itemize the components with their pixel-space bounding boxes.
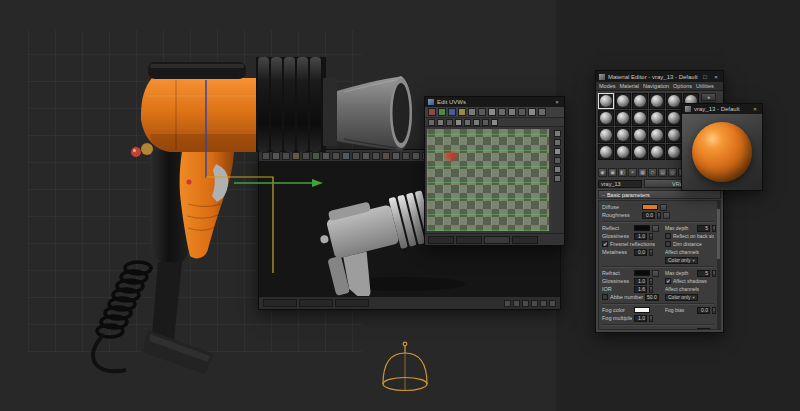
viewport-nav-icon[interactable]: [522, 300, 529, 307]
refract-max-depth-value[interactable]: 5: [697, 270, 710, 277]
assign-material-icon[interactable]: ◧: [618, 168, 627, 177]
material-sample-slot[interactable]: [632, 144, 648, 160]
menu-options[interactable]: Options: [673, 83, 692, 89]
dome-helper[interactable]: [383, 342, 427, 390]
refract-color-swatch[interactable]: [634, 270, 650, 276]
viewport-nav-icon[interactable]: [531, 300, 538, 307]
close-icon[interactable]: ×: [553, 99, 561, 105]
uv-tool-icon[interactable]: [428, 108, 436, 116]
material-id-icon[interactable]: ◎: [668, 168, 677, 177]
material-sample-slot[interactable]: [615, 144, 631, 160]
max-tool-icon[interactable]: [262, 152, 270, 160]
menu-utilities[interactable]: Utilities: [696, 83, 714, 89]
fresnel-checkbox[interactable]: [602, 241, 608, 247]
material-sample-slot[interactable]: [632, 127, 648, 143]
material-sample-slot[interactable]: [598, 144, 614, 160]
uv-field[interactable]: [484, 236, 510, 244]
max-tool-icon[interactable]: [392, 152, 400, 160]
refract-glossiness-value[interactable]: 1.0: [634, 278, 647, 285]
uv-tool-icon[interactable]: [482, 119, 489, 126]
max-tool-icon[interactable]: [322, 152, 330, 160]
sample-type-icon[interactable]: ●: [701, 93, 716, 101]
affect-shadows-checkbox[interactable]: [665, 278, 671, 284]
max-tool-icon[interactable]: [272, 152, 280, 160]
material-sample-slot[interactable]: [666, 110, 682, 126]
scrollbar[interactable]: [717, 201, 720, 329]
dim-distance-checkbox[interactable]: [665, 241, 671, 247]
abbe-number-checkbox[interactable]: [602, 294, 608, 300]
roughness-value[interactable]: 0.0: [642, 212, 655, 219]
ior-spinner[interactable]: [649, 286, 653, 293]
uv-tool-icon[interactable]: [437, 119, 444, 126]
max-tool-icon[interactable]: [342, 152, 350, 160]
uv-tool-icon[interactable]: [473, 119, 480, 126]
material-sample-slot[interactable]: [615, 110, 631, 126]
diffuse-color-swatch[interactable]: [642, 204, 658, 210]
uv-tool-icon[interactable]: [488, 108, 496, 116]
viewport-nav-icon[interactable]: [540, 300, 547, 307]
max-tool-icon[interactable]: [372, 152, 380, 160]
fog-multiplier-value[interactable]: 1.0: [634, 315, 647, 322]
refract-glossiness-spinner[interactable]: [649, 278, 653, 285]
put-to-scene-icon[interactable]: ▣: [608, 168, 617, 177]
uv-side-icon[interactable]: [554, 139, 561, 146]
max-tool-icon[interactable]: [292, 152, 300, 160]
uv-tool-icon[interactable]: [455, 119, 462, 126]
scrollbar-thumb[interactable]: [717, 209, 720, 259]
uv-tool-icon[interactable]: [438, 108, 446, 116]
reflect-glossiness-spinner[interactable]: [649, 233, 653, 240]
ior-value[interactable]: 1.6: [634, 286, 647, 293]
uv-tool-icon[interactable]: [446, 119, 453, 126]
make-unique-icon[interactable]: ◇: [648, 168, 657, 177]
uv-tool-icon[interactable]: [464, 119, 471, 126]
fog-color-swatch[interactable]: [634, 307, 650, 313]
metalness-value[interactable]: 0.0: [634, 249, 647, 256]
material-sample-slot[interactable]: [632, 93, 648, 109]
reset-map-icon[interactable]: ×: [628, 168, 637, 177]
reflect-color-swatch[interactable]: [634, 225, 650, 231]
uv-canvas[interactable]: [427, 129, 549, 231]
status-field[interactable]: [299, 299, 333, 307]
uv-tool-icon[interactable]: [448, 108, 456, 116]
viewport-nav-icon[interactable]: [513, 300, 520, 307]
material-sample-slot[interactable]: [666, 127, 682, 143]
status-field[interactable]: [335, 299, 369, 307]
reflect-affect-channels-dropdown[interactable]: Color only ▾: [665, 257, 698, 264]
material-sample-slot[interactable]: [649, 144, 665, 160]
uv-field[interactable]: [512, 236, 538, 244]
rollout-basic-parameters[interactable]: − Basic parameters: [598, 190, 721, 199]
uv-tool-icon[interactable]: [428, 119, 435, 126]
reflect-back-side-checkbox[interactable]: [665, 233, 671, 239]
roughness-map-button[interactable]: [663, 212, 670, 219]
uv-tool-icon[interactable]: [498, 108, 506, 116]
refract-map-button[interactable]: [652, 270, 659, 277]
close-icon[interactable]: ×: [751, 106, 759, 112]
material-sample-slot[interactable]: [598, 93, 614, 109]
fog-bias-spinner[interactable]: [712, 307, 716, 314]
max-tool-icon[interactable]: [362, 152, 370, 160]
material-sample-slot[interactable]: [615, 127, 631, 143]
get-material-icon[interactable]: ◉: [598, 168, 607, 177]
max-tool-icon[interactable]: [412, 152, 420, 160]
uv-tool-icon[interactable]: [508, 108, 516, 116]
viewport-nav-icon[interactable]: [504, 300, 511, 307]
diffuse-map-button[interactable]: [660, 204, 667, 211]
reflect-map-button[interactable]: [652, 225, 659, 232]
fog-multiplier-spinner[interactable]: [649, 315, 653, 322]
max-tool-icon[interactable]: [352, 152, 360, 160]
make-copy-icon[interactable]: ▩: [638, 168, 647, 177]
material-sample-slot[interactable]: [649, 127, 665, 143]
uv-tool-icon[interactable]: [538, 108, 546, 116]
material-sample-slot[interactable]: [649, 110, 665, 126]
material-sample-slot[interactable]: [632, 110, 648, 126]
material-sample-slot[interactable]: [598, 110, 614, 126]
max-tool-icon[interactable]: [312, 152, 320, 160]
uv-tool-icon[interactable]: [468, 108, 476, 116]
max-tool-icon[interactable]: [282, 152, 290, 160]
menu-navigation[interactable]: Navigation: [643, 83, 669, 89]
material-sample-slot[interactable]: [598, 127, 614, 143]
uv-side-icon[interactable]: [554, 175, 561, 182]
uv-side-icon[interactable]: [554, 148, 561, 155]
uv-field[interactable]: [456, 236, 482, 244]
scatter-coeff-value[interactable]: 0.0: [697, 328, 710, 331]
